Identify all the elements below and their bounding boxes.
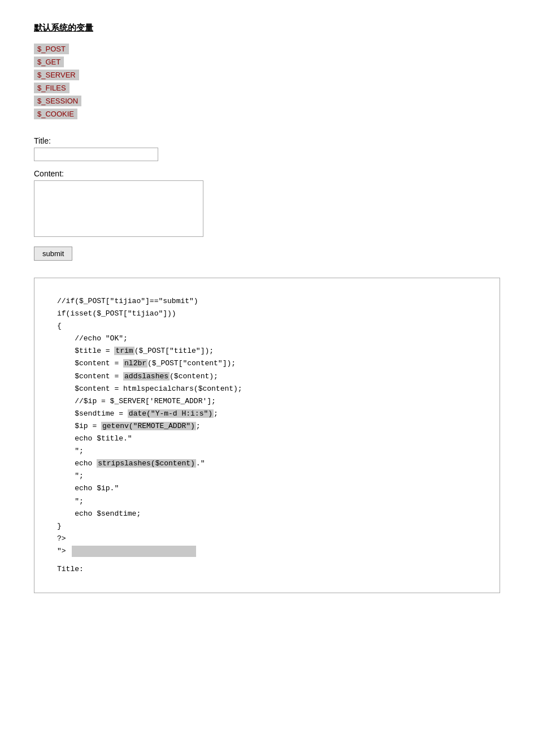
code-line-13: "; [57,445,477,457]
code-line-2: if(isset($_POST["tijiao"])) [57,308,477,320]
content-row: Content: [34,169,500,239]
title-label: Title: [34,136,500,145]
closing-quote: "> [57,545,66,558]
code-line-14: echo stripslashes($content)." [57,457,477,470]
gray-bar [72,546,196,557]
section-title: 默认系统的变量 [34,23,500,33]
code-line-9: //$ip = $_SERVER['REMOTE_ADDR']; [57,395,477,408]
submit-row: submit [34,247,500,261]
code-box: //if($_POST["tijiao"]=="submit") if(isse… [34,278,500,593]
var-files: $_FILES [34,83,70,93]
code-line-3: { [57,320,477,332]
var-get: $_GET [34,57,64,67]
code-line-12: echo $title." [57,433,477,445]
code-bottom-title: Title: [57,563,477,576]
code-line-20: ?> [57,533,477,545]
title-row: Title: [34,136,500,161]
code-line-16: echo $ip." [57,482,477,495]
var-post: $_POST [34,44,69,54]
variable-list: $_POST $_GET $_SERVER $_FILES $_SESSION … [34,44,500,119]
code-line-6: $content = nl2br($_POST["content"]); [57,357,477,370]
code-line-21: "> [57,545,477,558]
title-input[interactable] [34,148,158,161]
page-container: 默认系统的变量 $_POST $_GET $_SERVER $_FILES $_… [34,23,500,593]
var-server: $_SERVER [34,70,79,80]
code-line-7: $content = addslashes($content); [57,370,477,383]
highlight-stripslashes: stripslashes($content) [97,459,196,468]
code-line-10: $sendtime = date("Y-m-d H:i:s"); [57,408,477,420]
highlight-date: date("Y-m-d H:i:s") [128,409,214,418]
highlight-getenv: getenv("REMOTE_ADDR") [101,422,196,430]
code-line-5: $title = trim($_POST["title"]); [57,345,477,357]
code-line-4: //echo "OK"; [57,332,477,345]
code-line-1: //if($_POST["tijiao"]=="submit") [57,295,477,308]
code-line-11: $ip = getenv("REMOTE_ADDR"); [57,420,477,433]
submit-button[interactable]: submit [34,247,72,261]
highlight-addslashes: addslashes [123,372,170,381]
code-line-18: echo $sendtime; [57,508,477,520]
form-section: Title: Content: submit [34,136,500,261]
highlight-nl2br: nl2br [123,359,147,368]
var-cookie: $_COOKIE [34,109,77,119]
code-line-17: "; [57,495,477,508]
content-textarea[interactable] [34,180,203,237]
var-session: $_SESSION [34,96,81,106]
code-line-15: "; [57,470,477,482]
content-label: Content: [34,169,500,178]
code-line-8: $content = htmlspecialchars($content); [57,383,477,395]
code-line-19: } [57,520,477,533]
highlight-trim: trim [114,347,134,355]
